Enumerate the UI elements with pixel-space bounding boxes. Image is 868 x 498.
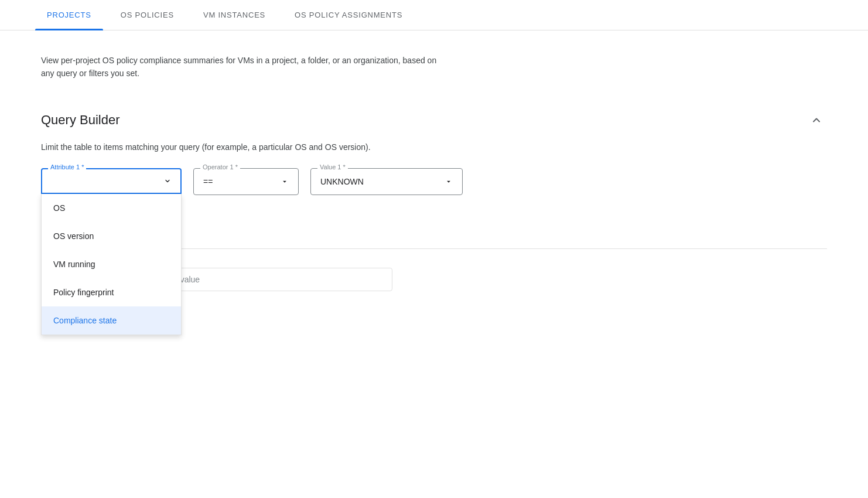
tab-os-policies[interactable]: OS POLICIES bbox=[109, 0, 186, 30]
dropdown-item-vm-running[interactable]: VM running bbox=[42, 250, 181, 278]
operator1-select[interactable]: == bbox=[193, 168, 299, 195]
tab-projects[interactable]: PROJECTS bbox=[35, 0, 103, 30]
attribute1-chevron-icon bbox=[164, 178, 171, 185]
dropdown-item-compliance-state[interactable]: Compliance state bbox=[42, 306, 181, 335]
page-description: View per-project OS policy compliance su… bbox=[41, 54, 451, 80]
value1-group: Value 1 * UNKNOWN bbox=[310, 168, 463, 195]
attribute1-dropdown: OS OS version VM running Policy fingerpr… bbox=[41, 194, 182, 335]
query-builder-header: Query Builder bbox=[41, 110, 827, 131]
value1-label: Value 1 * bbox=[317, 163, 348, 170]
attribute1-select[interactable] bbox=[41, 168, 182, 194]
query-row-1: Attribute 1 * OS OS version bbox=[41, 168, 827, 195]
value1-chevron-icon bbox=[445, 178, 453, 186]
tab-os-policy-assignments[interactable]: OS POLICY ASSIGNMENTS bbox=[283, 0, 414, 30]
operator1-chevron-icon bbox=[281, 178, 289, 186]
attribute1-group: Attribute 1 * OS OS version bbox=[41, 168, 182, 194]
query-builder-title: Query Builder bbox=[41, 112, 120, 128]
query-builder-section: Query Builder Limit the table to items m… bbox=[41, 110, 827, 291]
operator1-label: Operator 1 * bbox=[200, 163, 240, 170]
main-content: View per-project OS policy compliance su… bbox=[0, 30, 868, 315]
operator1-value: == bbox=[203, 177, 213, 186]
tab-vm-instances[interactable]: VM INSTANCES bbox=[192, 0, 277, 30]
nav-tabs: PROJECTS OS POLICIES VM INSTANCES OS POL… bbox=[0, 0, 868, 30]
dropdown-item-policy-fingerprint[interactable]: Policy fingerprint bbox=[42, 278, 181, 306]
attribute1-label: Attribute 1 * bbox=[48, 163, 86, 170]
operator1-group: Operator 1 * == bbox=[193, 168, 299, 195]
value1-value: UNKNOWN bbox=[320, 177, 364, 186]
query-builder-description: Limit the table to items matching your q… bbox=[41, 142, 827, 152]
collapse-button[interactable] bbox=[806, 110, 827, 131]
value1-select[interactable]: UNKNOWN bbox=[310, 168, 463, 195]
dropdown-item-os-version[interactable]: OS version bbox=[42, 222, 181, 250]
dropdown-item-os[interactable]: OS bbox=[42, 194, 181, 222]
